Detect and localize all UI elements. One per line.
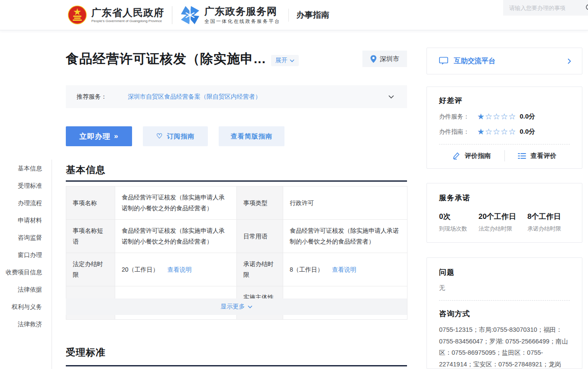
heart-icon: ♡: [156, 133, 163, 140]
service-rating-score: 0.0分: [520, 112, 535, 121]
guide-rating-label: 办件指南：: [439, 128, 477, 136]
common-term-label: 日常用语: [237, 220, 283, 253]
gov-logo: 广东省人民政府 People's Government of Guangdong…: [68, 5, 164, 25]
sidebar-item-fee-info[interactable]: 收费项目信息: [0, 263, 52, 281]
header: 广东省人民政府 People's Government of Guangdong…: [0, 0, 588, 30]
promised-deadline-text: 8（工作日）: [290, 266, 323, 273]
apply-now-button[interactable]: 立即办理 »: [66, 126, 132, 146]
sidebar-item-process-flow[interactable]: 办理流程: [0, 194, 52, 212]
header-divider: [172, 6, 172, 24]
common-term-value: 食品经营许可证核发（除实施申请人承诺制的小餐饮之外的食品经营者）: [283, 220, 407, 253]
view-ratings-label: 查看评价: [530, 152, 556, 160]
help-platform-label: 互助交流平台: [454, 57, 495, 66]
portal-logo: 广东政务服务网 全国一体化在线政务服务平台: [180, 5, 281, 25]
promised-deadline-detail-link[interactable]: 查看说明: [332, 266, 356, 273]
chevron-down-icon: [248, 305, 252, 308]
recommend-chevron-down-icon[interactable]: [388, 95, 394, 99]
location-selector[interactable]: 深圳市: [362, 51, 407, 67]
statutory-time-label: 法定办结时限: [478, 225, 516, 233]
star-rating-icons: ★☆☆☆☆: [477, 112, 516, 121]
site-visits-item: 0次 到现场次数: [439, 212, 467, 233]
contact-phone-numbers: 0755-12315；市局:0755-83070310；福田：0755-8345…: [439, 324, 570, 369]
acceptance-standard-heading: 受理标准: [66, 346, 407, 366]
sidebar-item-rights-obligations[interactable]: 权利与义务: [0, 298, 52, 315]
question-title: 问题: [439, 267, 570, 277]
national-emblem-icon: [68, 5, 87, 25]
show-more-label: 显示更多: [221, 303, 245, 311]
promised-deadline-label: 承诺办结时限: [237, 253, 283, 286]
item-type-value: 行政许可: [283, 186, 407, 220]
apply-now-label: 立即办理: [79, 132, 110, 141]
simple-guide-label: 查看简版指南: [231, 132, 272, 141]
service-rating-row: 办件服务： ★☆☆☆☆ 0.0分: [439, 112, 570, 121]
chevron-down-icon: [290, 59, 294, 62]
sidebar-item-window-service[interactable]: 窗口办理: [0, 246, 52, 263]
site-visits-value: 0次: [439, 212, 467, 221]
contact-title: 咨询方式: [439, 309, 570, 319]
header-divider: [288, 9, 289, 22]
item-type-label: 事项类型: [237, 186, 283, 220]
guide-rating-score: 0.0分: [520, 128, 535, 136]
statutory-time-item: 20个工作日 法定办结时限: [478, 212, 516, 233]
basic-info-heading: 基本信息: [66, 164, 407, 182]
location-pin-icon: [370, 55, 377, 63]
star-rating-icons: ★☆☆☆☆: [477, 128, 516, 136]
location-label: 深圳市: [380, 55, 399, 63]
contact-phone-text: 0755-12315；市局:0755-83070310；福田：0755-8345…: [439, 326, 568, 369]
recommend-services-bar: 推荐服务： 深圳市自贸区食品经营备案（限自贸区内经营者）: [66, 85, 407, 108]
rating-guide-label: 评价指南: [465, 152, 491, 160]
service-rating-label: 办件服务：: [439, 113, 477, 121]
promised-deadline-value: 8（工作日） 查看说明: [283, 253, 407, 286]
gov-logo-subtitle: People's Government of Guangdong Provinc…: [91, 19, 164, 23]
chevron-right-icon: [568, 58, 571, 64]
gov-logo-title: 广东省人民政府: [91, 7, 164, 18]
statutory-deadline-text: 20（工作日）: [122, 266, 159, 273]
sidebar-item-application-materials[interactable]: 申请材料: [0, 212, 52, 229]
show-more-button[interactable]: 显示更多: [66, 298, 407, 315]
sidebar-item-acceptance-standard[interactable]: 受理标准: [0, 177, 52, 194]
search-icon[interactable]: [585, 4, 588, 12]
sidebar-item-legal-basis[interactable]: 法律依据: [0, 281, 52, 298]
service-promise-panel: 服务承诺 0次 到现场次数 20个工作日 法定办结时限 8个工作日 承诺办结时限: [426, 183, 582, 243]
table-row: 法定办结时限 20（工作日） 查看说明 承诺办结时限 8（工作日） 查看说明: [66, 253, 407, 286]
promised-time-item: 8个工作日 承诺办结时限: [527, 212, 561, 233]
simple-guide-button[interactable]: 查看简版指南: [219, 126, 284, 146]
dashed-divider: [439, 300, 570, 301]
statutory-deadline-detail-link[interactable]: 查看说明: [167, 266, 191, 273]
promised-time-value: 8个工作日: [527, 212, 561, 221]
search-input[interactable]: [509, 5, 585, 11]
recommend-label: 推荐服务：: [77, 93, 107, 101]
rating-panel-title: 好差评: [439, 96, 570, 106]
search-box: [503, 0, 588, 16]
site-visits-label: 到现场次数: [439, 225, 467, 233]
item-name-label: 事项名称: [66, 186, 115, 220]
item-short-name-value: 食品经营许可证核发（除实施申请人承诺制的小餐饮之外的食品经营者）: [115, 220, 237, 253]
page: 广东省人民政府 People's Government of Guangdong…: [0, 0, 588, 369]
sidebar-item-basic-info[interactable]: 基本信息: [0, 160, 52, 177]
table-row: 事项名称 食品经营许可证核发（除实施申请人承诺制的小餐饮之外的食品经营者） 事项…: [66, 186, 407, 220]
promised-time-label: 承诺办结时限: [527, 225, 561, 233]
rating-panel: 好差评 办件服务： ★☆☆☆☆ 0.0分 办件指南： ★☆☆☆☆ 0.0分 评价…: [426, 87, 582, 169]
question-contact-panel: 问题 无 咨询方式 0755-12315；市局:0755-83070310；福田…: [426, 257, 582, 369]
pencil-icon: [452, 152, 460, 160]
list-icon: [518, 153, 526, 159]
statutory-time-value: 20个工作日: [478, 212, 516, 221]
title-expand-button[interactable]: 展开: [271, 55, 299, 66]
sidebar-item-legal-remedy[interactable]: 法律救济: [0, 315, 52, 333]
table-row: 事项名称短语 食品经营许可证核发（除实施申请人承诺制的小餐饮之外的食品经营者） …: [66, 220, 407, 253]
statutory-deadline-value: 20（工作日） 查看说明: [115, 253, 237, 286]
page-section-label: 办事指南: [297, 10, 330, 21]
subscribe-guide-button[interactable]: ♡ 订阅指南: [143, 126, 208, 146]
portal-logo-subtitle: 全国一体化在线政务服务平台: [204, 18, 281, 25]
chat-bubble-icon: [439, 57, 448, 65]
item-short-name-label: 事项名称短语: [66, 220, 115, 253]
rating-guide-button[interactable]: 评价指南: [439, 152, 504, 160]
sidebar-item-consult-supervision[interactable]: 咨询监督: [0, 229, 52, 246]
recommend-service-link[interactable]: 深圳市自贸区食品经营备案（限自贸区内经营者）: [128, 93, 261, 101]
guide-rating-row: 办件指南： ★☆☆☆☆ 0.0分: [439, 128, 570, 136]
help-platform-panel[interactable]: 互助交流平台: [426, 48, 582, 74]
title-expand-label: 展开: [275, 57, 288, 64]
portal-logo-title: 广东政务服务网: [204, 6, 281, 17]
view-ratings-button[interactable]: 查看评价: [505, 152, 570, 160]
subscribe-guide-label: 订阅指南: [167, 132, 194, 141]
